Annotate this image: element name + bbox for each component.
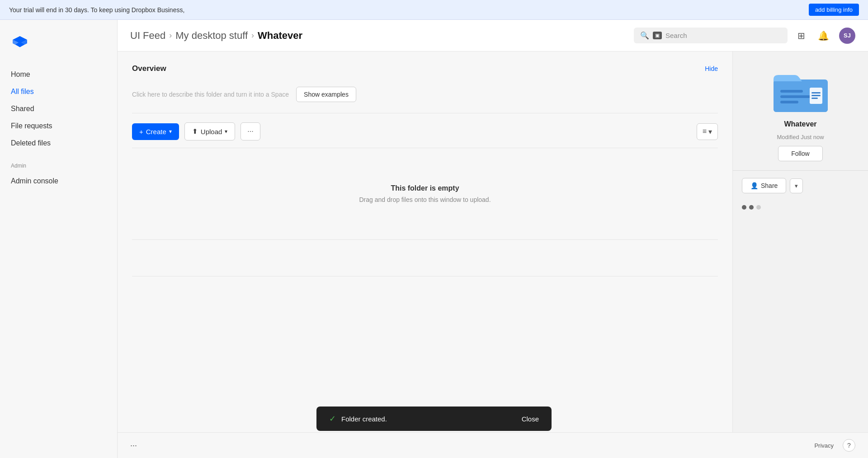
add-billing-button[interactable]: add billing info [809,4,859,16]
search-icon: 🔍 [640,31,649,40]
empty-state: This folder is empty Drag and drop files… [132,148,718,239]
file-browser: Overview Hide Click here to describe thi… [118,51,732,432]
upload-icon: ⬆ [192,127,198,136]
divider-bot [132,276,718,276]
create-label: Create [146,128,166,136]
svg-rect-9 [811,92,821,93]
folder-modified: Modified Just now [777,134,824,140]
view-toggle[interactable]: ≡ ▾ [697,123,718,140]
view-chevron-icon: ▾ [708,127,712,136]
share-row: 👤 Share ▾ [733,171,868,201]
toast-notification: ✓ Folder created. Close [316,407,552,431]
notifications-button[interactable]: 🔔 [815,28,832,44]
folder-preview: Whatever Modified Just now Follow [733,51,868,170]
bottom-more-icon[interactable]: ··· [130,441,137,450]
more-options-button[interactable]: ··· [241,122,260,140]
list-view-icon: ≡ [703,127,707,136]
admin-section-label: Admin [0,152,117,173]
divider-mid [132,239,718,240]
show-examples-button[interactable]: Show examples [296,87,356,102]
grid-view-button[interactable]: ⊞ [795,28,808,44]
svg-rect-5 [780,90,803,93]
privacy-link[interactable]: Privacy [814,442,834,449]
share-label: Share [761,182,778,189]
folder-description-input[interactable]: Click here to describe this folder and t… [132,91,289,98]
trial-message: Your trial will end in 30 days. To keep … [9,6,804,14]
create-chevron-icon: ▾ [169,128,172,135]
share-dropdown-button[interactable]: ▾ [790,178,803,193]
sidebar-item-file-requests[interactable]: File requests [0,117,117,135]
search-placeholder: Search [665,32,781,39]
dot-1 [742,205,746,210]
breadcrumb: UI Feed › My desktop stuff › Whatever [130,30,302,42]
toast-check-icon: ✓ [329,414,336,424]
dot-3 [756,205,761,210]
toast-close-button[interactable]: Close [522,415,539,423]
overview-header: Overview Hide [132,64,718,73]
breadcrumb-sep-2: › [251,31,254,40]
page-header: UI Feed › My desktop stuff › Whatever 🔍 … [118,20,868,51]
overview-title: Overview [132,64,166,73]
breadcrumb-desktop[interactable]: My desktop stuff [175,30,248,42]
create-plus-icon: + [139,128,143,136]
upload-button[interactable]: ⬆ Upload ▾ [184,122,236,140]
svg-rect-10 [811,95,821,96]
folder-filter-icon: ▣ [653,32,662,39]
follow-button[interactable]: Follow [778,146,822,161]
folder-icon-wrap [771,70,830,115]
sidebar-item-shared[interactable]: Shared [0,100,117,117]
avatar[interactable]: SJ [839,28,855,44]
sidebar-item-admin-console[interactable]: Admin console [0,173,117,190]
upload-label: Upload [201,128,222,136]
empty-title: This folder is empty [391,184,459,192]
share-icon: 👤 [750,182,758,189]
upload-chevron-icon: ▾ [225,128,227,135]
sidebar-item-home[interactable]: Home [0,66,117,83]
bottom-bar: ··· Privacy ? [118,432,868,458]
dot-2 [749,205,754,210]
toast-message: Folder created. [341,415,516,423]
create-button[interactable]: + Create ▾ [132,123,179,140]
empty-subtitle: Drag and drop files onto this window to … [359,196,491,203]
header-right: 🔍 ▣ Search ⊞ 🔔 SJ [634,28,855,44]
toolbar: + Create ▾ ⬆ Upload ▾ ··· ≡ ▾ [132,113,718,140]
svg-rect-11 [811,98,818,99]
folder-name: Whatever [784,120,816,128]
share-button[interactable]: 👤 Share [742,178,786,193]
help-button[interactable]: ? [843,439,855,452]
folder-thumbnail-icon [771,70,830,115]
dropbox-logo-icon [11,33,29,51]
right-panel: Whatever Modified Just now Follow 👤 Shar… [732,51,868,432]
search-box[interactable]: 🔍 ▣ Search [634,28,788,43]
logo[interactable] [0,29,117,66]
trial-banner: Your trial will end in 30 days. To keep … [0,0,868,20]
svg-rect-6 [780,95,812,98]
svg-rect-7 [780,101,798,103]
overview-description: Click here to describe this folder and t… [132,82,718,113]
breadcrumb-sep-1: › [169,31,172,40]
bottom-right: Privacy ? [814,439,855,452]
panel-dots [733,201,868,214]
hide-link[interactable]: Hide [705,65,718,72]
sidebar-item-all-files[interactable]: All files [0,83,117,100]
breadcrumb-current: Whatever [258,30,302,42]
sidebar-item-deleted-files[interactable]: Deleted files [0,135,117,152]
sidebar-nav: Home All files Shared File requests Dele… [0,66,117,190]
breadcrumb-ui-feed[interactable]: UI Feed [130,30,165,42]
sidebar: Home All files Shared File requests Dele… [0,20,118,458]
